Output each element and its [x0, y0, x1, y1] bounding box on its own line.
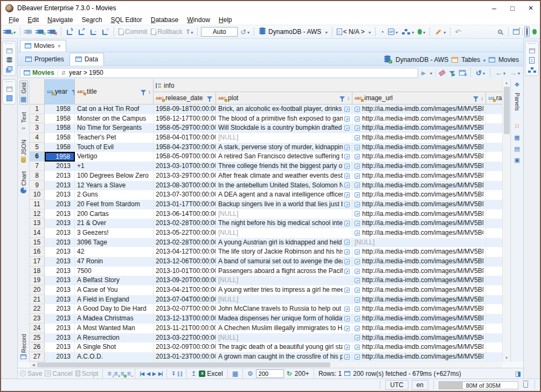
external-link-icon[interactable] — [355, 269, 360, 274]
cell-year[interactable]: 2013 — [45, 228, 75, 238]
cell-rank[interactable] — [486, 181, 502, 191]
filter-expression[interactable]: year > 1950 — [69, 69, 103, 76]
row-number[interactable]: 1 — [30, 104, 45, 114]
cell-title[interactable]: Cat on a Hot Tin Roof — [75, 104, 154, 114]
table-row[interactable]: 24 2013 A Most Wanted Man 2013-11-21T00:… — [30, 324, 502, 333]
scrollbar-thumb[interactable] — [37, 362, 330, 367]
view-value-icon[interactable] — [344, 249, 350, 255]
cell-release-date[interactable]: 2013-10-01T00:00:00Z — [154, 267, 216, 276]
disconnect-button[interactable]: ✕ — [47, 29, 58, 34]
fetch-more-button[interactable] — [287, 370, 292, 377]
cell-release-date[interactable]: 2013-06-14T00:00:00Z — [154, 209, 216, 219]
network-button[interactable] — [400, 27, 415, 36]
cell-year[interactable]: 2013 — [45, 181, 75, 191]
fetch-size-input[interactable] — [256, 369, 284, 378]
cell-release-date[interactable]: 2013-12-13T00:00:00Z — [154, 314, 216, 324]
tab-data[interactable]: Data — [70, 53, 104, 66]
view-value-icon[interactable] — [344, 345, 350, 350]
cell-title[interactable]: Touch of Evil — [75, 143, 154, 152]
drag-grip[interactable] — [528, 43, 536, 45]
cell-image-url[interactable]: http://ia.media-imdb.com/images/M/MV5BMz… — [352, 295, 486, 305]
view-value-icon[interactable] — [344, 326, 350, 331]
view-value-icon[interactable] — [344, 173, 350, 179]
cell-rank[interactable] — [486, 238, 502, 248]
cell-image-url[interactable]: http://ia.media-imdb.com/images/M/MV5BOT… — [352, 228, 486, 238]
row-number[interactable]: 26 — [30, 342, 45, 352]
cell-image-url[interactable]: http://ia.media-imdb.com/images/M/MV5BMj… — [352, 104, 486, 114]
external-link-icon[interactable] — [355, 192, 360, 198]
menu-search[interactable]: Search — [77, 16, 106, 24]
cell-release-date[interactable]: 2013-08-30T00:00:00Z — [154, 181, 216, 191]
cell-rank[interactable] — [486, 114, 502, 124]
locale-indicator[interactable]: en — [412, 380, 428, 390]
column-header-plot[interactable]: plot — [216, 92, 352, 104]
cell-title[interactable]: Teacher's Pet — [75, 133, 154, 143]
cell-title[interactable]: A Most Wanted Man — [75, 324, 154, 333]
vertical-scrollbar[interactable] — [502, 79, 510, 362]
row-number[interactable]: 21 — [30, 295, 45, 305]
cell-rank[interactable] — [486, 295, 502, 305]
cell-plot[interactable]: [NULL] — [216, 228, 352, 238]
grid-view-button[interactable] — [232, 370, 238, 377]
row-number[interactable]: 16 — [30, 247, 45, 257]
nav-back-button[interactable] — [494, 68, 507, 78]
fetch-all-button[interactable]: [↓] — [178, 371, 182, 376]
cell-release-date[interactable]: 2013-01-23T00:00:00Z — [154, 352, 216, 362]
external-link-icon[interactable] — [355, 230, 360, 236]
cell-plot[interactable]: [NULL] — [216, 333, 352, 343]
panels-icon[interactable] — [515, 81, 520, 88]
external-link-icon[interactable] — [355, 259, 360, 264]
cell-plot[interactable]: [NULL] — [216, 209, 352, 219]
cell-rank[interactable] — [486, 123, 502, 133]
aggregate-panel-icon[interactable] — [514, 134, 519, 141]
cell-image-url[interactable]: http://ia.media-imdb.com/images/M/MV5BMj… — [352, 285, 486, 295]
cell-year[interactable]: 1958 — [45, 104, 75, 114]
cell-title[interactable]: 20 Feet from Stardom — [75, 200, 154, 209]
cell-plot[interactable]: A band of samurai set out to avenge the … — [216, 257, 352, 267]
table-row[interactable]: 20 2013 A Case of You 2013-04-21T00:00:0… — [30, 285, 502, 295]
cell-image-url[interactable]: http://ia.media-imdb.com/images/M/MV5BMT… — [352, 209, 486, 219]
transaction-log-button[interactable] — [185, 27, 194, 36]
cell-title[interactable]: A Field in England — [75, 295, 154, 305]
cell-plot[interactable]: A young writer tries to impress a girl h… — [216, 285, 352, 295]
cell-release-date[interactable]: 1958-04-01T00:00:00Z — [154, 133, 216, 143]
git-button[interactable]: GIT — [387, 27, 399, 36]
first-row-button[interactable]: |◀ — [140, 371, 143, 376]
next-row-button[interactable]: ▶ — [152, 371, 156, 376]
filter-history-button[interactable] — [429, 68, 433, 77]
expand-filter-icon[interactable] — [61, 69, 66, 76]
row-number[interactable]: 15 — [30, 238, 45, 248]
cell-release-date[interactable]: 2013-03-10T00:00:00Z — [154, 162, 216, 171]
column-header-info[interactable]: info — [154, 79, 502, 92]
cell-year[interactable]: 1958 — [45, 152, 75, 162]
row-number[interactable]: 8 — [30, 171, 45, 181]
new-connection-button[interactable]: + — [3, 27, 17, 36]
external-link-icon[interactable] — [355, 278, 360, 283]
cell-image-url[interactable]: http://ia.media-imdb.com/images/M/MV5BMj… — [352, 342, 486, 352]
view-value-icon[interactable] — [344, 288, 350, 293]
view-value-icon[interactable] — [344, 202, 350, 207]
external-link-icon[interactable] — [355, 211, 360, 216]
external-link-icon[interactable] — [355, 116, 360, 122]
cell-year[interactable]: 2013 — [45, 162, 75, 171]
calc-panel-icon[interactable] — [514, 145, 519, 152]
cell-plot[interactable]: Madea dispenses her unique form of holid… — [216, 314, 352, 324]
cell-plot[interactable]: A Chechen Muslim illegally immigrates to… — [216, 324, 352, 333]
view-value-icon[interactable] — [344, 269, 350, 274]
external-link-icon[interactable] — [355, 107, 360, 112]
column-header-image-url[interactable]: image_url — [352, 92, 486, 104]
minimized-view-icon[interactable] — [6, 95, 12, 101]
table-row[interactable]: 15 2013 3096 Tage 2013-02-28T00:00:00Z A… — [30, 238, 502, 248]
cell-release-date[interactable]: 2013-07-30T00:00:00Z — [154, 190, 216, 200]
cell-release-date[interactable]: 2013-12-06T00:00:00Z — [154, 257, 216, 267]
cell-year[interactable]: 2013 — [45, 304, 75, 314]
memory-indicator[interactable]: 80M of 305M — [439, 381, 518, 389]
cell-plot[interactable]: Three college friends hit the biggest pa… — [216, 162, 352, 171]
network-view-icon[interactable] — [531, 67, 533, 69]
external-link-icon[interactable] — [355, 288, 360, 293]
table-row[interactable]: 12 2013 200 Cartas 2013-06-14T00:00:00Z … — [30, 209, 502, 219]
cell-title[interactable]: 42 — [75, 247, 154, 257]
table-row[interactable]: 11 2013 20 Feet from Stardom 2013-01-17T… — [30, 200, 502, 209]
scrollbar-thumb[interactable] — [504, 87, 510, 134]
cell-release-date[interactable]: 2013-02-28T00:00:00Z — [154, 238, 216, 248]
